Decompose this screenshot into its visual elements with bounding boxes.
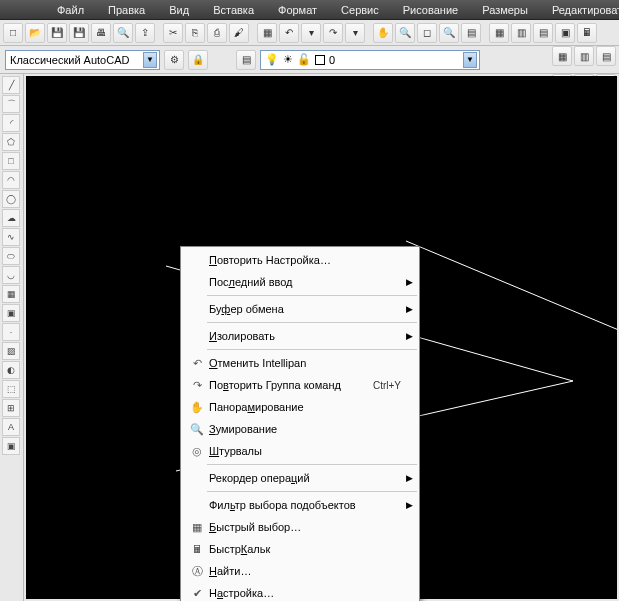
calc-button[interactable]: 🖩 (577, 23, 597, 43)
menu-tools[interactable]: Сервис (329, 1, 391, 19)
svg-line-0 (406, 241, 617, 331)
pan-button[interactable]: ✋ (373, 23, 393, 43)
copy-button[interactable]: ⎘ (185, 23, 205, 43)
insert-button[interactable]: ▦ (2, 285, 20, 303)
menu-dimensions[interactable]: Размеры (470, 1, 540, 19)
redo-dropdown-button[interactable]: ▾ (345, 23, 365, 43)
polygon-button[interactable]: ⬠ (2, 133, 20, 151)
redo-button[interactable]: ↷ (323, 23, 343, 43)
save-button[interactable]: 💾 (47, 23, 67, 43)
circle-button[interactable]: ◯ (2, 190, 20, 208)
context-menu-item[interactable]: ⒶНайти… (181, 560, 419, 582)
rect-button[interactable]: □ (2, 152, 20, 170)
menu-draw[interactable]: Рисование (391, 1, 470, 19)
cut-button[interactable]: ✂ (163, 23, 183, 43)
context-menu-item[interactable]: ↷Повторить Группа командCtrl+Y (181, 374, 419, 396)
context-menu-item[interactable]: ↶Отменить Intellipan (181, 352, 419, 374)
context-menu-item[interactable]: Рекордер операций▶ (181, 467, 419, 489)
context-menu-item[interactable]: ▦Быстрый выбор… (181, 516, 419, 538)
menu-format[interactable]: Формат (266, 1, 329, 19)
line-button[interactable]: ╱ (2, 76, 20, 94)
main-area: ╱ ⌒ ◜ ⬠ □ ◠ ◯ ☁ ∿ ⬭ ◡ ▦ ▣ · ▨ ◐ ⬚ ⊞ А ▣ … (0, 74, 619, 601)
sheetset-button[interactable]: ▤ (533, 23, 553, 43)
context-menu-separator (207, 295, 417, 296)
rtool-2[interactable]: ▥ (574, 46, 594, 66)
context-menu-item[interactable]: 🖩БыстрКальк (181, 538, 419, 560)
menu-file[interactable]: Файл (45, 1, 96, 19)
gradient-button[interactable]: ◐ (2, 361, 20, 379)
spline-button[interactable]: ∿ (2, 228, 20, 246)
layer-dropdown[interactable]: 💡 ☀ 🔓 0 ▼ (260, 50, 480, 70)
ellipse-arc-button[interactable]: ◡ (2, 266, 20, 284)
arc-button[interactable]: ◠ (2, 171, 20, 189)
rtool-3[interactable]: ▤ (596, 46, 616, 66)
context-menu-item[interactable]: ✋Панорамирование (181, 396, 419, 418)
workspace-toolbar: Классический AutoCAD ▼ ⚙ 🔒 ▤ 💡 ☀ 🔓 0 ▼ (0, 46, 619, 74)
block-make-button[interactable]: ▣ (2, 304, 20, 322)
menu-insert[interactable]: Вставка (201, 1, 266, 19)
print-button[interactable]: 🖶 (91, 23, 111, 43)
table-button[interactable]: ⊞ (2, 399, 20, 417)
submenu-arrow-icon: ▶ (406, 500, 413, 510)
region-button[interactable]: ⬚ (2, 380, 20, 398)
context-menu-item[interactable]: Изолировать▶ (181, 325, 419, 347)
context-menu-item[interactable]: ✔Настройка… (181, 582, 419, 601)
paste-button[interactable]: ⎙ (207, 23, 227, 43)
properties-button[interactable]: ▤ (461, 23, 481, 43)
menu-edit[interactable]: Правка (96, 1, 157, 19)
tool-palettes-button[interactable]: ▥ (511, 23, 531, 43)
submenu-arrow-icon: ▶ (406, 304, 413, 314)
workspace-lock-button[interactable]: 🔒 (188, 50, 208, 70)
point-button[interactable]: · (2, 323, 20, 341)
context-menu-item[interactable]: Последний ввод▶ (181, 271, 419, 293)
match-button[interactable]: 🖌 (229, 23, 249, 43)
ray-button[interactable]: ⌒ (2, 95, 20, 113)
new-button[interactable]: □ (3, 23, 23, 43)
workspace-settings-button[interactable]: ⚙ (164, 50, 184, 70)
revcloud-button[interactable]: ☁ (2, 209, 20, 227)
plot-preview-button[interactable]: 🔍 (113, 23, 133, 43)
context-menu-icon: 🖩 (187, 543, 207, 555)
zoom-prev-button[interactable]: 🔍 (439, 23, 459, 43)
color-swatch (315, 55, 325, 65)
context-menu-icon: 🔍 (187, 423, 207, 436)
pline-button[interactable]: ◜ (2, 114, 20, 132)
context-menu-label: Настройка… (209, 587, 413, 599)
context-menu-item[interactable]: Повторить Настройка… (181, 249, 419, 271)
context-menu-item[interactable]: 🔍Зумирование (181, 418, 419, 440)
publish-button[interactable]: ⇪ (135, 23, 155, 43)
menu-view[interactable]: Вид (157, 1, 201, 19)
designcenter-button[interactable]: ▦ (489, 23, 509, 43)
menu-modify[interactable]: Редактировать (540, 1, 619, 19)
context-menu-label: Штурвалы (209, 445, 413, 457)
context-menu-item[interactable]: ◎Штурвалы (181, 440, 419, 462)
ellipse-button[interactable]: ⬭ (2, 247, 20, 265)
rtool-1[interactable]: ▦ (552, 46, 572, 66)
context-menu-item[interactable]: Буфер обмена▶ (181, 298, 419, 320)
standard-toolbar: □ 📂 💾 💾 🖶 🔍 ⇪ ✂ ⎘ ⎙ 🖌 ▦ ↶ ▾ ↷ ▾ ✋ 🔍 ◻ 🔍 … (0, 20, 619, 46)
undo-button[interactable]: ↶ (279, 23, 299, 43)
context-menu-label: Буфер обмена (209, 303, 413, 315)
markup-button[interactable]: ▣ (555, 23, 575, 43)
drawing-canvas[interactable]: Повторить Настройка…Последний ввод▶Буфер… (26, 76, 617, 599)
workspace-dropdown[interactable]: Классический AutoCAD ▼ (5, 50, 160, 70)
right-toolbar-1: ▦ ▥ ▤ (552, 46, 616, 66)
submenu-arrow-icon: ▶ (406, 331, 413, 341)
context-menu-label: Фильтр выбора подобъектов (209, 499, 413, 511)
mtext-button[interactable]: ▣ (2, 437, 20, 455)
undo-dropdown-button[interactable]: ▾ (301, 23, 321, 43)
context-menu-separator (207, 491, 417, 492)
saveas-button[interactable]: 💾 (69, 23, 89, 43)
context-menu-icon: ✔ (187, 587, 207, 600)
text-button[interactable]: А (2, 418, 20, 436)
lock-icon: 🔓 (297, 53, 311, 66)
context-menu-label: Отменить Intellipan (209, 357, 413, 369)
zoom-window-button[interactable]: ◻ (417, 23, 437, 43)
zoom-rt-button[interactable]: 🔍 (395, 23, 415, 43)
layer-props-button[interactable]: ▤ (236, 50, 256, 70)
context-menu-item[interactable]: Фильтр выбора подобъектов▶ (181, 494, 419, 516)
hatch-button[interactable]: ▨ (2, 342, 20, 360)
open-button[interactable]: 📂 (25, 23, 45, 43)
block-button[interactable]: ▦ (257, 23, 277, 43)
context-menu-icon: ▦ (187, 521, 207, 534)
